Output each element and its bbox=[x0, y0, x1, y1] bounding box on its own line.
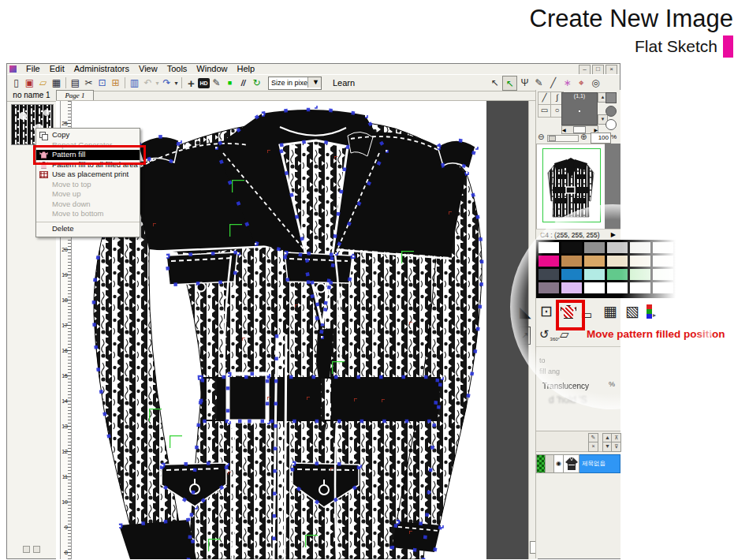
ruler-label: 17 bbox=[61, 313, 68, 338]
menu-item-move-to-bottom[interactable]: Move to bottom bbox=[36, 209, 140, 219]
gradient-icon[interactable]: ▧ bbox=[625, 304, 639, 319]
grid-icon[interactable]: ▦ bbox=[603, 304, 617, 319]
foreground-swatch[interactable] bbox=[606, 92, 617, 103]
rgb-channels-icon[interactable] bbox=[647, 304, 652, 319]
toolbar-separator[interactable] bbox=[65, 77, 66, 88]
layer-visibility-eye-icon[interactable]: ◉ bbox=[554, 454, 564, 473]
layer-pattern-badge[interactable] bbox=[536, 454, 546, 473]
new-repeat-button[interactable]: ▣ bbox=[23, 77, 36, 90]
rectangle-shape-tool[interactable]: ▭ bbox=[538, 104, 551, 118]
hd-export-button[interactable]: HD bbox=[198, 78, 210, 88]
pen-tool-button[interactable]: ✎ bbox=[210, 77, 223, 90]
color-swatch[interactable] bbox=[561, 256, 582, 267]
resize-icon[interactable]: ↗ bbox=[519, 327, 531, 345]
empty-circle-swatch[interactable] bbox=[606, 119, 617, 130]
color-swatch[interactable] bbox=[538, 242, 559, 253]
ruler-label: 14 bbox=[61, 389, 68, 414]
menu-item-label: Move to top bbox=[52, 180, 91, 189]
menu-item[interactable]: File bbox=[21, 64, 45, 74]
page-title: Create New Image bbox=[530, 5, 733, 33]
menu-item[interactable]: Help bbox=[232, 64, 259, 74]
color-swatch[interactable] bbox=[561, 282, 582, 293]
color-swatch[interactable] bbox=[538, 256, 559, 267]
menu-item-placement-print[interactable]: Use as placement print bbox=[36, 170, 140, 180]
line-tool[interactable]: ╱ bbox=[546, 76, 560, 89]
refresh-button[interactable]: ↻ bbox=[250, 77, 263, 90]
size-dropdown[interactable]: Size in pixels ▼ bbox=[268, 77, 322, 90]
crosshair-button[interactable]: + bbox=[184, 77, 198, 90]
color-swatch[interactable] bbox=[538, 269, 559, 280]
color-swatch[interactable] bbox=[584, 242, 605, 253]
menu-item[interactable]: Window bbox=[192, 64, 232, 74]
eraser-tool[interactable]: ◎ bbox=[589, 76, 602, 89]
menu-item[interactable]: Edit bbox=[45, 64, 69, 74]
filled-circle-swatch[interactable] bbox=[606, 106, 617, 117]
menu-item-copy[interactable]: Copy bbox=[36, 130, 140, 140]
menu-item-move-down[interactable]: Move down bbox=[36, 200, 140, 210]
menu-item-delete[interactable]: Delete bbox=[36, 222, 140, 235]
image-preview-selection[interactable] bbox=[542, 148, 601, 222]
color-swatch[interactable] bbox=[561, 269, 582, 280]
pattern-name-label[interactable]: no name 1 bbox=[7, 90, 56, 102]
layer-row[interactable]: ◉ 제목없음 bbox=[536, 454, 620, 473]
toolbar-separator[interactable] bbox=[181, 77, 182, 88]
layer-delete-button[interactable]: × bbox=[588, 442, 598, 452]
color-info-bar[interactable]: C4 : (255, 255, 255) ▶ bbox=[536, 229, 620, 240]
open-button[interactable]: ▱ bbox=[36, 77, 50, 90]
chevron-down-icon[interactable]: ▼ bbox=[307, 77, 321, 88]
zoom-value[interactable]: 100 bbox=[591, 133, 611, 144]
zoom-in-icon[interactable]: ⊕ bbox=[580, 133, 587, 141]
zoom-slider[interactable] bbox=[547, 135, 579, 142]
brush-tool[interactable]: ✎ bbox=[532, 76, 546, 89]
paste-button[interactable]: ⊞ bbox=[109, 77, 122, 90]
color-swatch[interactable] bbox=[561, 242, 582, 253]
copy-object-icon[interactable]: ⊡ bbox=[540, 304, 553, 319]
save-button[interactable]: ▦ bbox=[50, 77, 63, 90]
menu-item-move-up[interactable]: Move up bbox=[36, 189, 140, 200]
layer-lock-cell[interactable] bbox=[546, 454, 554, 473]
color-swatch[interactable] bbox=[584, 269, 605, 280]
nav-scroll-right-icon[interactable]: ▶ bbox=[594, 127, 598, 133]
toolbar-buttons: ▯▣▱▦▤✂⊡⊞▥↶▾↷▾+HD✎■//↻ bbox=[7, 75, 263, 91]
layer-to-bottom-button[interactable]: ⊽ bbox=[611, 442, 621, 452]
repeat-table-button[interactable]: ▥ bbox=[128, 77, 141, 90]
color-swatch[interactable] bbox=[584, 282, 605, 293]
tab-page-1[interactable]: Page 1 bbox=[56, 90, 94, 101]
color-info-arrow-icon[interactable]: ▶ bbox=[611, 230, 616, 241]
menu-item[interactable]: View bbox=[134, 64, 162, 74]
color-info-label: C4 : (255, 255, 255) bbox=[540, 231, 600, 239]
paint-bucket-icon[interactable]: ◣ bbox=[520, 304, 531, 319]
layer-name-label[interactable]: 제목없음 bbox=[579, 454, 620, 473]
line-shape-tool[interactable]: ╱ bbox=[538, 91, 551, 105]
layer-thumbnail[interactable] bbox=[564, 454, 579, 473]
new-document-button[interactable]: ▯ bbox=[9, 77, 23, 90]
dropper-tool[interactable]: ⌖ bbox=[575, 76, 588, 89]
redo-dropdown-arrow[interactable]: ▾ bbox=[173, 77, 179, 90]
zoom-out-icon[interactable]: ⊖ bbox=[538, 133, 544, 141]
print-button[interactable]: ▤ bbox=[69, 77, 82, 90]
color-indicator[interactable]: ■ bbox=[223, 77, 237, 90]
undo-button[interactable]: ↶ bbox=[141, 77, 155, 90]
toolbar-separator[interactable] bbox=[125, 77, 125, 88]
hatch-lines-button[interactable]: // bbox=[237, 77, 250, 90]
undo-dropdown-arrow[interactable]: ▾ bbox=[155, 77, 160, 90]
menu-item-move-to-top[interactable]: Move to top bbox=[36, 180, 140, 190]
menu-item[interactable]: Administrators bbox=[69, 64, 134, 74]
hand-tool[interactable]: Ψ bbox=[518, 76, 531, 89]
nav-scroll-left-icon[interactable]: ◀ bbox=[562, 127, 566, 133]
navigator-preview[interactable]: (1,1) bbox=[561, 92, 598, 125]
cut-button[interactable]: ✂ bbox=[82, 77, 95, 90]
spray-tool[interactable]: ∗ bbox=[561, 76, 574, 89]
color-swatch[interactable] bbox=[538, 282, 559, 293]
direct-select-tool[interactable]: ↖ bbox=[502, 76, 517, 91]
learn-label[interactable]: Learn bbox=[333, 78, 355, 88]
color-swatch[interactable] bbox=[584, 256, 605, 267]
copy-button[interactable]: ⊡ bbox=[95, 77, 109, 90]
rotate-360-icon[interactable]: ↺ bbox=[539, 327, 550, 342]
menu-item[interactable]: Tools bbox=[162, 64, 192, 74]
panel-scroll-right[interactable] bbox=[33, 546, 40, 553]
panel-scroll-left[interactable] bbox=[23, 546, 30, 553]
zoom-slider-thumb[interactable] bbox=[549, 136, 556, 141]
redo-button[interactable]: ↷ bbox=[160, 77, 173, 90]
select-tool[interactable]: ↖ bbox=[488, 76, 501, 89]
